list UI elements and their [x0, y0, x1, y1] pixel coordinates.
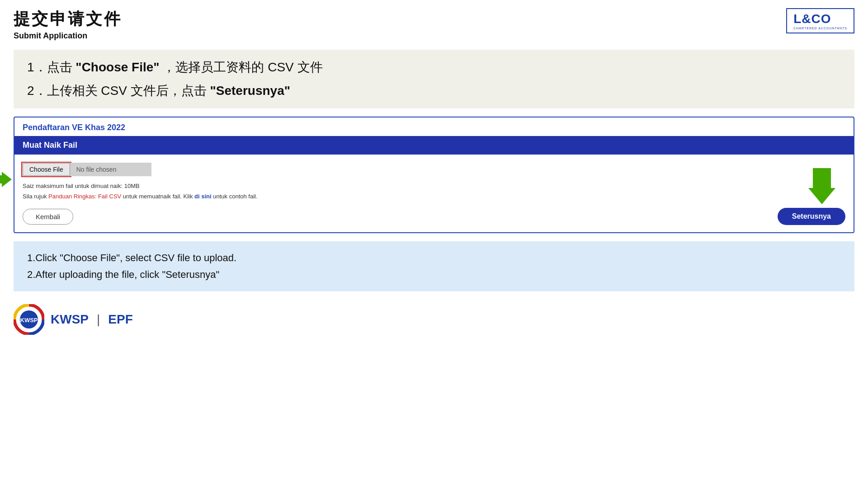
en-instruction-line-1: 1.Click "Choose File", select CSV file t…: [27, 249, 841, 266]
footer: KWSP KWSP | EPF: [14, 304, 854, 335]
reference-post: untuk contoh fail.: [213, 193, 257, 200]
button-row: Kembali Seterusnya: [23, 208, 845, 225]
arrow-right-indicator: [0, 172, 12, 187]
instr1-pre: 1．点击: [27, 60, 72, 74]
file-input-row: Choose File No file chosen: [23, 163, 845, 176]
form-container: Pendaftaran VE Khas 2022 Muat Naik Fail …: [14, 117, 854, 233]
di-sini-link[interactable]: di sini: [194, 193, 212, 200]
instr2-pre: 2．上传相关 CSV 文件后，点击: [27, 84, 207, 98]
no-file-chosen-text: No file chosen: [70, 163, 151, 176]
form-body: Choose File No file chosen Saiz maksimum…: [14, 155, 854, 232]
logo-box: L&CO CHARTERED ACCOUNTANTS: [786, 8, 854, 33]
reference-mid: untuk memuatnaik fail. Klik: [123, 193, 194, 200]
svg-text:KWSP: KWSP: [20, 317, 38, 324]
logo-text: L&CO: [793, 12, 831, 26]
svg-marker-0: [0, 172, 12, 187]
logo-sub: CHARTERED ACCOUNTANTS: [793, 27, 847, 30]
kembali-button[interactable]: Kembali: [23, 209, 73, 225]
page-title-block: 提交申请文件 Submit Application: [14, 8, 122, 41]
choose-file-button[interactable]: Choose File: [23, 163, 70, 176]
instr2-bold: "Seterusnya": [210, 84, 290, 98]
instruction-box-english: 1.Click "Choose File", select CSV file t…: [14, 241, 854, 291]
form-title: Pendaftaran VE Khas 2022: [14, 117, 854, 136]
en-instruction-line-2: 2.After uploading the file, click "Seter…: [27, 266, 841, 283]
max-size-text: Saiz maksimum fail untuk dimuat naik: 10…: [23, 183, 845, 189]
panduan-ringkas-link[interactable]: Panduan Ringkas: Fail CSV: [48, 193, 121, 200]
page-title-zh: 提交申请文件: [14, 8, 122, 30]
instruction-line-1: 1．点击 "Choose File" ，选择员工资料的 CSV 文件: [27, 58, 841, 77]
instruction-box-chinese: 1．点击 "Choose File" ，选择员工资料的 CSV 文件 2．上传相…: [14, 50, 854, 108]
header: 提交申请文件 Submit Application L&CO CHARTERED…: [0, 0, 868, 45]
kwsp-logo-icon: KWSP: [14, 304, 44, 335]
reference-text: Sila rujuk Panduan Ringkas: Fail CSV unt…: [23, 193, 845, 200]
arrow-down-indicator: [808, 168, 835, 206]
instruction-line-2: 2．上传相关 CSV 文件后，点击 "Seterusnya": [27, 81, 841, 100]
form-header-bar: Muat Naik Fail: [14, 136, 854, 155]
epf-label: EPF: [108, 312, 132, 327]
page-title-en: Submit Application: [14, 31, 122, 41]
svg-marker-1: [808, 168, 835, 204]
kwsp-label: KWSP: [51, 312, 89, 327]
instr1-bold: "Choose File": [75, 60, 159, 74]
kwsp-separator: |: [97, 312, 100, 327]
instr1-post: ，选择员工资料的 CSV 文件: [163, 60, 322, 74]
seterusnya-button[interactable]: Seterusnya: [778, 208, 845, 225]
reference-pre: Sila rujuk: [23, 193, 48, 200]
